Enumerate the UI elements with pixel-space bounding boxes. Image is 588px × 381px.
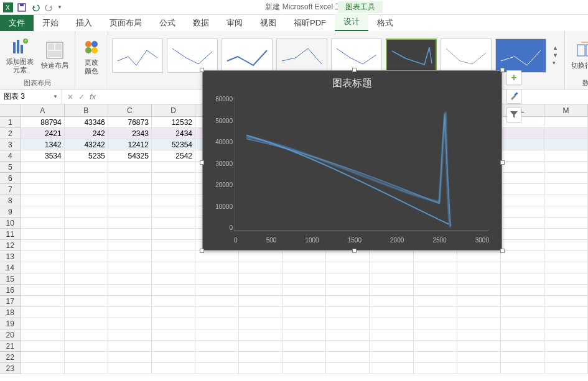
cell-B12[interactable]	[65, 240, 108, 251]
cell-M14[interactable]	[544, 262, 588, 273]
chart-style-4[interactable]	[276, 39, 327, 73]
chart-style-6-selected[interactable]	[386, 39, 437, 73]
cell-G19[interactable]	[282, 318, 326, 329]
cell-I20[interactable]	[370, 329, 413, 341]
cell-H16[interactable]	[326, 285, 370, 296]
cell-M5[interactable]	[544, 162, 588, 173]
cell-B6[interactable]	[65, 173, 108, 184]
cell-D11[interactable]	[152, 229, 195, 240]
cell-D13[interactable]	[152, 251, 195, 262]
cell-B14[interactable]	[65, 262, 108, 273]
cell-J23[interactable]	[414, 363, 457, 374]
cell-I21[interactable]	[370, 341, 413, 352]
quick-layout-button[interactable]: 快速布局	[39, 39, 71, 71]
cell-D23[interactable]	[152, 363, 195, 374]
cell-B21[interactable]	[65, 341, 108, 352]
cell-M3[interactable]	[544, 139, 588, 150]
cell-L17[interactable]	[501, 296, 544, 307]
cell-B5[interactable]	[65, 162, 108, 173]
cell-L21[interactable]	[501, 341, 544, 352]
cell-M17[interactable]	[544, 296, 588, 307]
chart-style-7[interactable]	[441, 39, 492, 73]
cell-C1[interactable]: 76873	[108, 117, 152, 128]
cell-C13[interactable]	[108, 251, 152, 262]
row-header-15[interactable]: 15	[0, 273, 21, 285]
cell-F20[interactable]	[239, 329, 282, 341]
cell-A7[interactable]	[21, 184, 65, 195]
chart-style-5[interactable]	[331, 39, 382, 73]
cell-A19[interactable]	[21, 318, 65, 329]
cell-H21[interactable]	[326, 341, 370, 352]
cell-H22[interactable]	[326, 352, 370, 363]
cell-E23[interactable]	[195, 363, 239, 374]
cell-C21[interactable]	[108, 341, 152, 352]
cell-A1[interactable]: 88794	[21, 117, 65, 128]
cell-D2[interactable]: 2434	[152, 128, 195, 139]
cell-D4[interactable]: 2542	[152, 150, 195, 162]
cell-A21[interactable]	[21, 341, 65, 352]
cell-B20[interactable]	[65, 329, 108, 341]
chart-elements-button[interactable]: +	[506, 70, 521, 85]
cell-D8[interactable]	[152, 195, 195, 206]
column-header-B[interactable]: B	[65, 104, 108, 117]
chart-filters-button[interactable]	[506, 108, 521, 122]
cell-J13[interactable]	[414, 251, 457, 262]
cell-C9[interactable]	[108, 206, 152, 218]
tab-页面布局[interactable]: 页面布局	[101, 15, 151, 31]
undo-icon[interactable]	[30, 2, 41, 13]
cell-B4[interactable]: 5235	[65, 150, 108, 162]
cell-K21[interactable]	[457, 341, 501, 352]
tab-数据[interactable]: 数据	[184, 15, 218, 31]
cell-E22[interactable]	[195, 352, 239, 363]
cell-D17[interactable]	[152, 296, 195, 307]
cell-L16[interactable]	[501, 285, 544, 296]
select-all-corner[interactable]	[0, 104, 21, 117]
cell-H23[interactable]	[326, 363, 370, 374]
cell-G21[interactable]	[282, 341, 326, 352]
tab-审阅[interactable]: 审阅	[218, 15, 251, 31]
cell-F22[interactable]	[239, 352, 282, 363]
cell-K22[interactable]	[457, 352, 501, 363]
cell-M18[interactable]	[544, 307, 588, 318]
cell-M10[interactable]	[544, 218, 588, 229]
cell-A10[interactable]	[21, 218, 65, 229]
cell-H13[interactable]	[326, 251, 370, 262]
change-colors-button[interactable]: 更改 颜色	[79, 36, 104, 76]
cell-J22[interactable]	[414, 352, 457, 363]
cell-C18[interactable]	[108, 307, 152, 318]
cell-I17[interactable]	[370, 296, 413, 307]
cell-K19[interactable]	[457, 318, 501, 329]
row-header-3[interactable]: 3	[0, 139, 21, 150]
cell-B13[interactable]	[65, 251, 108, 262]
tab-公式[interactable]: 公式	[151, 15, 184, 31]
cell-C2[interactable]: 2343	[108, 128, 152, 139]
tab-插入[interactable]: 插入	[67, 15, 101, 31]
cell-D10[interactable]	[152, 218, 195, 229]
cell-H17[interactable]	[326, 296, 370, 307]
tab-开始[interactable]: 开始	[34, 15, 67, 31]
cell-C20[interactable]	[108, 329, 152, 341]
embedded-chart[interactable]: 图表标题 0100002000030000400005000060000 050…	[202, 70, 502, 250]
cell-D12[interactable]	[152, 240, 195, 251]
row-header-11[interactable]: 11	[0, 229, 21, 240]
cell-F23[interactable]	[239, 363, 282, 374]
tab-视图[interactable]: 视图	[251, 15, 285, 31]
cell-C6[interactable]	[108, 173, 152, 184]
styles-scroll-up-icon[interactable]: ▲	[553, 45, 558, 51]
row-header-23[interactable]: 23	[0, 363, 21, 374]
cell-B16[interactable]	[65, 285, 108, 296]
cell-H19[interactable]	[326, 318, 370, 329]
cell-A8[interactable]	[21, 195, 65, 206]
cell-M9[interactable]	[544, 206, 588, 218]
cell-B8[interactable]	[65, 195, 108, 206]
cell-B2[interactable]: 242	[65, 128, 108, 139]
cell-L23[interactable]	[501, 363, 544, 374]
cell-B10[interactable]	[65, 218, 108, 229]
cell-C8[interactable]	[108, 195, 152, 206]
row-header-8[interactable]: 8	[0, 195, 21, 206]
cell-M13[interactable]	[544, 251, 588, 262]
cell-M1[interactable]	[544, 117, 588, 128]
cell-A11[interactable]	[21, 229, 65, 240]
cell-K17[interactable]	[457, 296, 501, 307]
tab-格式[interactable]: 格式	[368, 15, 402, 31]
